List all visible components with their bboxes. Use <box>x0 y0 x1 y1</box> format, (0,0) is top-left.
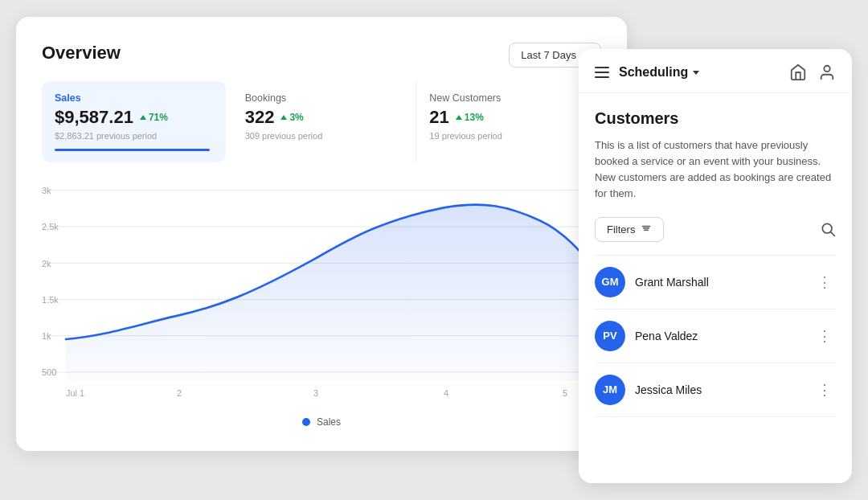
svg-text:3k: 3k <box>42 186 51 195</box>
svg-text:2: 2 <box>177 388 182 398</box>
svg-text:2.5k: 2.5k <box>42 222 59 232</box>
more-options-button[interactable]: ⋮ <box>814 327 836 345</box>
overview-card: Overview Last 7 Days Sales $9,587.21 71%… <box>16 17 627 451</box>
hamburger-icon[interactable] <box>595 67 609 78</box>
customers-heading: Customers <box>595 109 836 128</box>
list-item[interactable]: PV Pena Valdez ⋮ <box>595 309 836 363</box>
more-options-button[interactable]: ⋮ <box>814 273 836 291</box>
new-customers-value: 21 <box>429 107 448 128</box>
sales-metric: Sales $9,587.21 71% $2,863.21 previous p… <box>42 81 226 162</box>
legend-label: Sales <box>317 416 341 428</box>
list-item[interactable]: GM Grant Marshall ⋮ <box>595 256 836 309</box>
avatar: GM <box>595 267 625 297</box>
filters-button[interactable]: Filters <box>595 217 664 242</box>
svg-point-17 <box>824 66 829 72</box>
arrow-up-icon <box>140 115 146 120</box>
svg-text:500: 500 <box>42 367 56 377</box>
scheduling-header: Scheduling <box>579 49 852 93</box>
scheduling-card: Scheduling Customers This is a list of c… <box>579 49 852 483</box>
new-customers-badge: 13% <box>456 112 484 123</box>
bookings-prev: 309 previous period <box>245 131 400 141</box>
svg-text:Jul 1: Jul 1 <box>66 388 84 398</box>
bookings-badge: 3% <box>280 112 303 123</box>
svg-text:1.5k: 1.5k <box>42 294 59 304</box>
scheduling-title: Scheduling <box>619 65 688 80</box>
arrow-up-icon <box>280 115 287 120</box>
svg-text:3: 3 <box>313 388 318 398</box>
scheduling-left: Scheduling <box>595 65 699 80</box>
bookings-metric: Bookings 322 3% 309 previous period <box>232 81 417 162</box>
person-icon[interactable] <box>818 64 836 81</box>
filters-row: Filters <box>595 217 836 242</box>
bookings-value: 322 <box>245 107 275 128</box>
metrics-row: Sales $9,587.21 71% $2,863.21 previous p… <box>42 81 601 162</box>
svg-line-22 <box>831 232 835 236</box>
new-customers-label: New Customers <box>429 92 584 104</box>
sales-label: Sales <box>55 92 210 104</box>
svg-text:2k: 2k <box>42 258 51 268</box>
sales-prev: $2,863.21 previous period <box>55 131 210 141</box>
sales-badge: 71% <box>140 112 168 123</box>
legend-dot <box>302 418 310 426</box>
avatar: PV <box>595 321 625 351</box>
svg-text:4: 4 <box>444 388 449 398</box>
bookings-label: Bookings <box>245 92 400 104</box>
sales-chart: 3k 2.5k 2k 1.5k 1k 500 Jul 1 2 3 4 5 <box>42 182 601 407</box>
search-icon[interactable] <box>820 221 836 237</box>
scheduling-title-row[interactable]: Scheduling <box>619 65 699 80</box>
new-customers-metric: New Customers 21 13% 19 previous period <box>416 81 601 162</box>
scheduling-header-icons <box>789 64 836 81</box>
svg-text:5: 5 <box>563 388 567 398</box>
customer-name: Jessica Miles <box>635 383 814 396</box>
customer-list: GM Grant Marshall ⋮ PV Pena Valdez ⋮ JM … <box>595 255 836 417</box>
avatar: JM <box>595 375 625 405</box>
sales-value: $9,587.21 <box>55 107 133 128</box>
more-options-button[interactable]: ⋮ <box>814 381 836 399</box>
svg-text:1k: 1k <box>42 331 51 341</box>
filter-icon <box>641 223 652 235</box>
list-item[interactable]: JM Jessica Miles ⋮ <box>595 363 836 417</box>
chart-legend: Sales <box>42 416 601 428</box>
arrow-up-icon <box>456 115 462 120</box>
scheduling-chevron-icon <box>693 71 699 75</box>
new-customers-prev: 19 previous period <box>429 131 584 141</box>
customer-name: Grant Marshall <box>635 276 814 289</box>
customer-name: Pena Valdez <box>635 330 814 342</box>
customers-description: This is a list of customers that have pr… <box>595 137 836 203</box>
store-icon[interactable] <box>789 64 807 81</box>
customers-section: Customers This is a list of customers th… <box>579 93 852 417</box>
